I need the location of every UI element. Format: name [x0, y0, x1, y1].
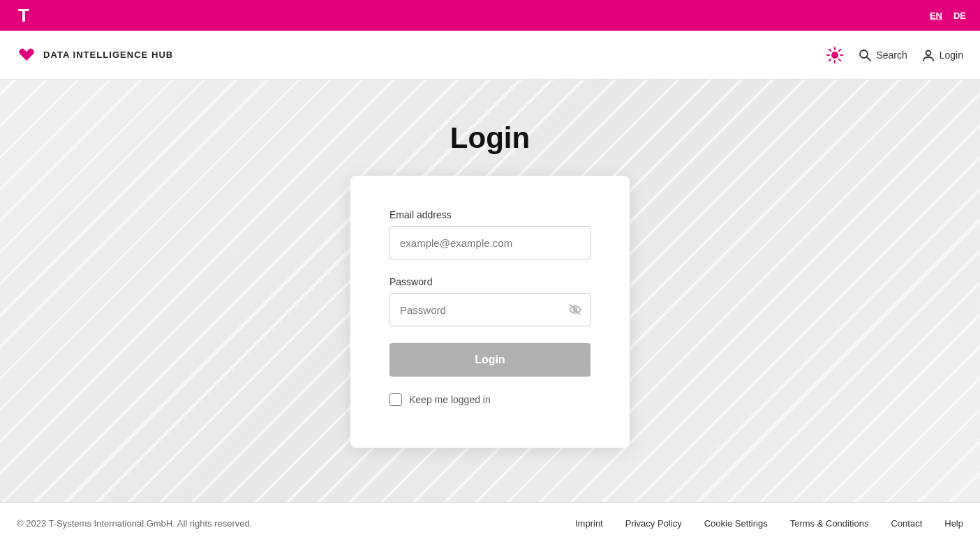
keep-logged-label[interactable]: Keep me logged in — [409, 394, 491, 405]
login-card: Email address Password Login Keep me log… — [350, 176, 630, 448]
svg-line-7 — [839, 49, 840, 50]
search-icon — [858, 48, 872, 62]
toggle-password-button[interactable] — [568, 303, 582, 317]
main-content: Login Email address Password Login — [0, 80, 980, 502]
login-nav-label: Login — [940, 50, 963, 61]
eye-off-icon — [568, 303, 582, 317]
keep-logged-container: Keep me logged in — [389, 393, 591, 406]
footer-cookie-link[interactable]: Cookie Settings — [704, 518, 768, 529]
page-title: Login — [450, 121, 530, 155]
password-label: Password — [389, 276, 591, 287]
lang-en-button[interactable]: EN — [927, 9, 945, 22]
footer-links: Imprint Privacy Policy Cookie Settings T… — [575, 518, 963, 529]
svg-line-6 — [839, 59, 840, 60]
search-button[interactable]: Search — [858, 48, 907, 62]
footer-terms-link[interactable]: Terms & Conditions — [790, 518, 869, 529]
user-icon — [921, 48, 935, 62]
svg-point-11 — [926, 50, 930, 55]
login-submit-button[interactable]: Login — [389, 343, 591, 377]
email-label: Email address — [389, 209, 591, 220]
svg-line-8 — [829, 59, 831, 60]
password-group: Password — [389, 276, 591, 326]
footer-contact-link[interactable]: Contact — [891, 518, 922, 529]
svg-line-5 — [829, 49, 831, 50]
footer-imprint-link[interactable]: Imprint — [575, 518, 603, 529]
footer-privacy-link[interactable]: Privacy Policy — [625, 518, 682, 529]
footer: © 2023 T-Systems International GmbH. All… — [0, 502, 980, 544]
sun-icon — [826, 46, 844, 64]
brand-container: DATA INTELLIGENCE HUB — [17, 45, 173, 65]
email-group: Email address — [389, 209, 591, 259]
brand-name: DATA INTELLIGENCE HUB — [43, 50, 173, 60]
t-logo-container: T — [11, 3, 36, 28]
brand-icon — [17, 45, 36, 65]
copyright-text: © 2023 T-Systems International GmbH. All… — [17, 518, 252, 529]
password-wrapper — [389, 293, 591, 326]
theme-toggle-button[interactable] — [826, 46, 844, 64]
svg-line-10 — [867, 57, 870, 61]
svg-point-9 — [860, 50, 868, 58]
svg-point-0 — [831, 52, 838, 59]
search-label: Search — [876, 50, 907, 61]
nav-bar: DATA INTELLIGENCE HUB Search — [0, 31, 980, 80]
t-logo-icon: T — [18, 6, 29, 24]
login-nav-button[interactable]: Login — [921, 48, 963, 62]
language-switcher: EN DE — [927, 9, 969, 22]
nav-actions: Search Login — [826, 46, 963, 64]
password-input[interactable] — [389, 293, 591, 326]
top-bar: T EN DE — [0, 0, 980, 31]
lang-de-button[interactable]: DE — [951, 9, 969, 22]
email-input[interactable] — [389, 226, 591, 259]
keep-logged-checkbox[interactable] — [389, 393, 402, 406]
footer-help-link[interactable]: Help — [944, 518, 963, 529]
